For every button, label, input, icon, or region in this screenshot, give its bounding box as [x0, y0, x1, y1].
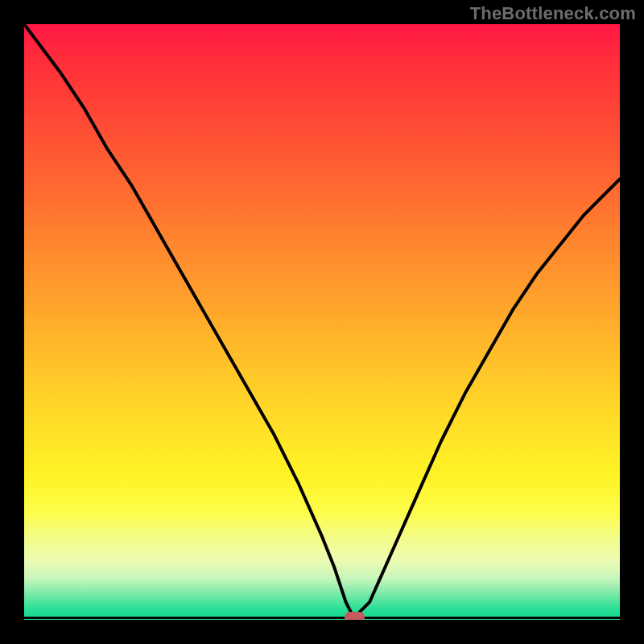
curve-path [24, 24, 620, 614]
optimum-marker [345, 612, 365, 620]
chart-frame: TheBottleneck.com [0, 0, 644, 644]
plot-area [24, 24, 620, 620]
watermark-text: TheBottleneck.com [470, 3, 636, 24]
bottleneck-curve [24, 24, 620, 620]
